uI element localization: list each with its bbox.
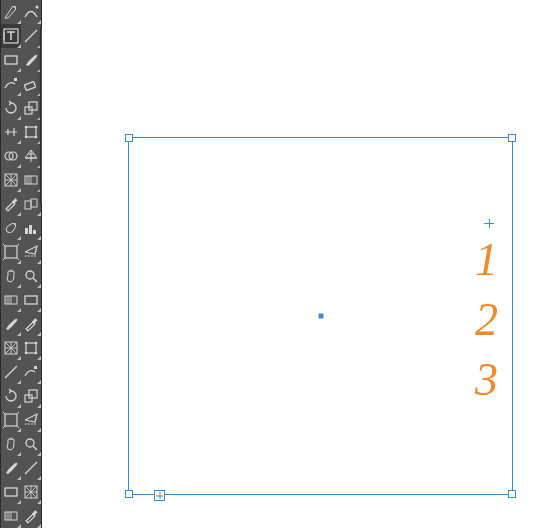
scale-tool[interactable] xyxy=(21,384,41,408)
curvature-tool[interactable] xyxy=(21,0,41,24)
rotate-tool[interactable] xyxy=(1,96,21,120)
svg-point-32 xyxy=(35,342,38,345)
slice-tool[interactable] xyxy=(21,408,41,432)
line-tool[interactable] xyxy=(21,456,41,480)
svg-point-39 xyxy=(26,439,34,447)
free-transform-tool[interactable] xyxy=(21,336,41,360)
svg-point-20 xyxy=(14,223,16,225)
rotate-tool[interactable] xyxy=(1,384,21,408)
svg-rect-38 xyxy=(5,414,17,426)
svg-point-34 xyxy=(35,352,38,355)
shape-builder-tool[interactable] xyxy=(1,144,21,168)
brush-tool[interactable] xyxy=(1,456,21,480)
mesh-tool[interactable] xyxy=(1,168,21,192)
handle-bottom-left[interactable] xyxy=(125,490,133,498)
hand-tool[interactable] xyxy=(1,264,21,288)
handle-top-left[interactable] xyxy=(125,134,133,142)
brush-tool[interactable] xyxy=(21,48,41,72)
line-tool[interactable] xyxy=(21,24,41,48)
text-frame-selection[interactable]: 1 2 3 xyxy=(128,137,513,495)
width-tool[interactable] xyxy=(1,120,21,144)
eyedropper-tool[interactable] xyxy=(21,312,41,336)
pen-tool[interactable] xyxy=(1,0,21,24)
rect-tool[interactable] xyxy=(1,48,21,72)
text-content: 1 2 3 xyxy=(475,230,498,409)
svg-point-33 xyxy=(25,352,28,355)
eyedropper-tool[interactable] xyxy=(21,504,41,528)
svg-rect-7 xyxy=(29,102,37,110)
svg-rect-19 xyxy=(31,199,37,207)
blend-tool[interactable] xyxy=(21,192,41,216)
svg-point-11 xyxy=(25,136,28,139)
artboard-tool[interactable] xyxy=(1,408,21,432)
svg-point-9 xyxy=(25,126,28,129)
center-point xyxy=(318,314,323,319)
shaper-tool[interactable] xyxy=(1,72,21,96)
handle-bottom-right[interactable] xyxy=(508,490,516,498)
svg-rect-23 xyxy=(33,230,36,234)
zoom-tool[interactable] xyxy=(21,264,41,288)
handle-top-right[interactable] xyxy=(508,134,516,142)
mesh-tool[interactable] xyxy=(1,336,21,360)
rect-tool[interactable] xyxy=(1,480,21,504)
eyedropper-tool[interactable] xyxy=(1,192,21,216)
scale-tool[interactable] xyxy=(21,96,41,120)
column-graph-tool[interactable] xyxy=(21,216,41,240)
svg-point-10 xyxy=(35,126,38,129)
gradient-tool[interactable] xyxy=(1,288,21,312)
svg-point-12 xyxy=(35,136,38,139)
svg-point-0 xyxy=(14,6,16,8)
line-tool[interactable] xyxy=(1,360,21,384)
text-line: 1 xyxy=(475,230,498,290)
artboard-tool[interactable] xyxy=(1,240,21,264)
svg-rect-5 xyxy=(24,81,35,90)
canvas[interactable]: 1 2 3 xyxy=(42,0,557,528)
svg-rect-18 xyxy=(25,201,31,209)
in-port[interactable] xyxy=(484,223,494,224)
svg-rect-30 xyxy=(26,343,36,353)
shaper-tool[interactable] xyxy=(21,360,41,384)
out-port[interactable] xyxy=(154,490,165,501)
text-line: 3 xyxy=(475,350,498,410)
gradient-tool[interactable] xyxy=(1,504,21,528)
text-line: 2 xyxy=(475,290,498,350)
svg-rect-37 xyxy=(29,390,37,398)
svg-rect-27 xyxy=(25,296,37,304)
symbol-spray-tool[interactable] xyxy=(1,216,21,240)
free-transform-tool[interactable] xyxy=(21,120,41,144)
svg-rect-8 xyxy=(26,127,36,137)
tools-panel xyxy=(0,0,42,528)
svg-rect-21 xyxy=(25,228,28,234)
svg-rect-40 xyxy=(5,488,17,496)
svg-point-31 xyxy=(25,342,28,345)
slice-tool[interactable] xyxy=(21,240,41,264)
svg-rect-4 xyxy=(14,78,17,81)
eraser-tool[interactable] xyxy=(21,72,41,96)
svg-rect-35 xyxy=(34,366,37,369)
gradient-tool[interactable] xyxy=(21,168,41,192)
brush-tool[interactable] xyxy=(1,312,21,336)
hand-tool[interactable] xyxy=(1,432,21,456)
svg-point-25 xyxy=(26,271,34,279)
type-tool[interactable] xyxy=(1,24,21,48)
mesh-tool[interactable] xyxy=(21,480,41,504)
zoom-tool[interactable] xyxy=(21,432,41,456)
svg-point-1 xyxy=(36,6,39,9)
svg-rect-22 xyxy=(29,225,32,234)
rect-tool[interactable] xyxy=(21,288,41,312)
svg-rect-24 xyxy=(5,246,17,258)
svg-rect-3 xyxy=(5,56,17,64)
perspective-tool[interactable] xyxy=(21,144,41,168)
